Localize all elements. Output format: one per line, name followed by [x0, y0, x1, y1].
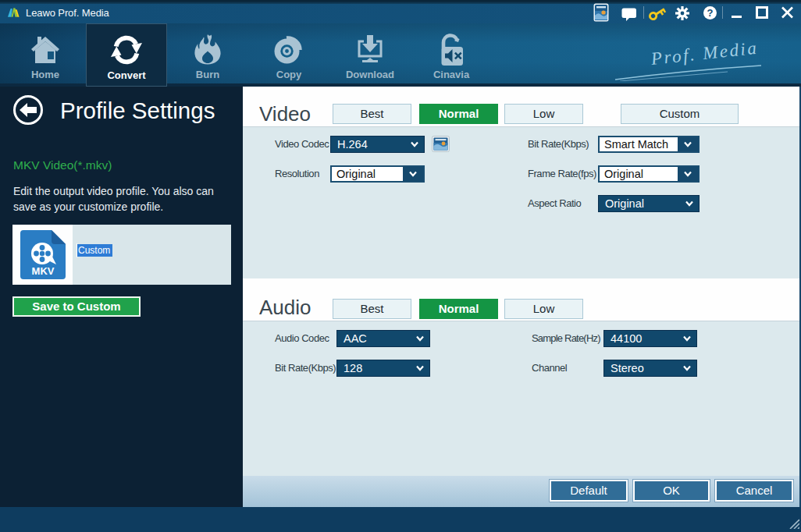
svg-text:MKV: MKV: [32, 265, 55, 277]
svg-text:Prof. Media: Prof. Media: [650, 38, 760, 69]
